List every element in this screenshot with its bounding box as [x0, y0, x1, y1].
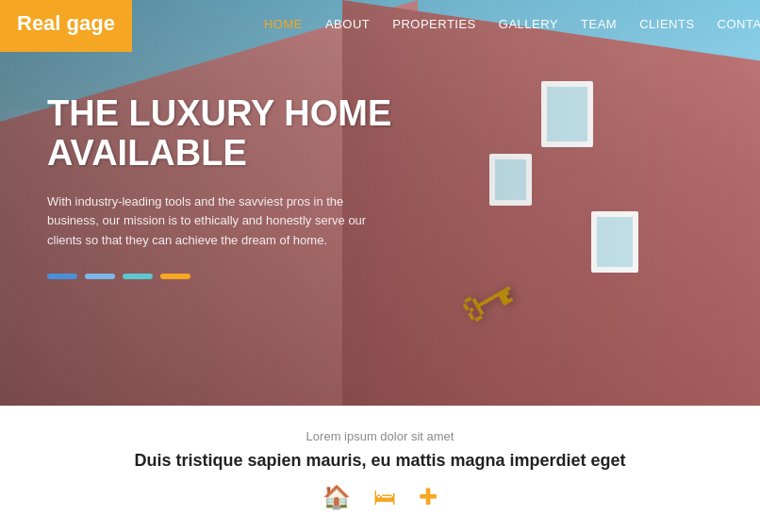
plus-icon[interactable]: ✚	[419, 484, 438, 510]
bottom-sub-label: Lorem ipsum dolor sit amet	[306, 429, 454, 443]
dot-4[interactable]	[160, 274, 190, 279]
nav-about[interactable]: ABOUT	[325, 17, 370, 31]
hero-section: 🗝 Real gage HOME ABOUT PROPERTIES GALLER…	[0, 0, 760, 406]
nav-team[interactable]: TEAM	[581, 17, 617, 31]
nav-gallery[interactable]: GALLERY	[499, 17, 558, 31]
bottom-icons: 🏠 🛏 ✚	[322, 484, 438, 510]
dot-3[interactable]	[123, 274, 153, 279]
bottom-main-label: Duis tristique sapien mauris, eu mattis …	[134, 451, 625, 471]
nav-home[interactable]: HOME	[264, 17, 303, 31]
header: Real gage HOME ABOUT PROPERTIES GALLERY …	[0, 0, 760, 47]
bed-icon[interactable]: 🛏	[373, 484, 396, 510]
hero-content: THE LUXURY HOME AVAILABLE With industry-…	[47, 94, 443, 279]
logo[interactable]: Real gage	[0, 0, 132, 52]
nav-properties[interactable]: PROPERTIES	[392, 17, 476, 31]
hero-dots	[47, 274, 443, 279]
dot-2[interactable]	[85, 274, 115, 279]
nav-clients[interactable]: CLIENTS	[639, 17, 694, 31]
hero-title: THE LUXURY HOME AVAILABLE	[47, 94, 443, 174]
main-nav: HOME ABOUT PROPERTIES GALLERY TEAM CLIEN…	[264, 17, 760, 31]
home-icon[interactable]: 🏠	[322, 484, 351, 510]
bottom-section: Lorem ipsum dolor sit amet Duis tristiqu…	[0, 406, 760, 532]
hero-subtitle: With industry-leading tools and the savv…	[47, 192, 387, 251]
dot-1[interactable]	[47, 274, 77, 279]
nav-contact[interactable]: CONTACT	[718, 17, 760, 31]
